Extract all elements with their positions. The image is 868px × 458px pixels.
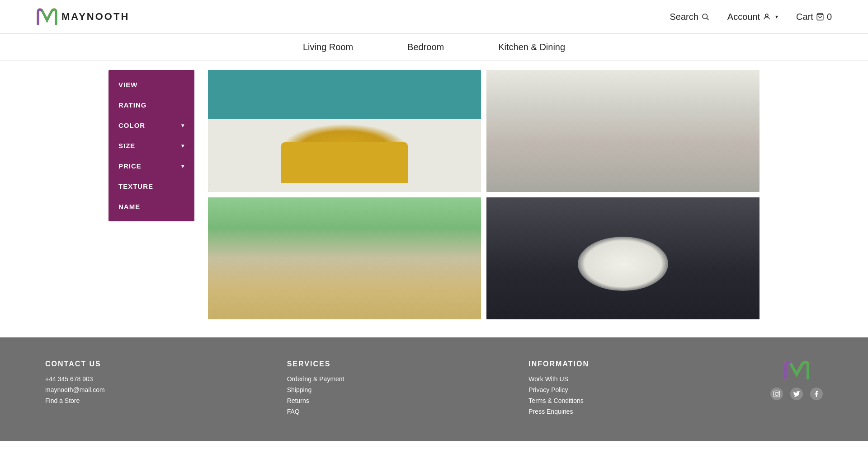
footer-privacy-policy[interactable]: Privacy Policy bbox=[528, 386, 734, 393]
header-actions: Search Account ▾ Cart 0 bbox=[670, 12, 832, 22]
svg-rect-8 bbox=[258, 128, 295, 192]
account-icon bbox=[763, 13, 771, 21]
product-image-bedroom[interactable] bbox=[208, 197, 481, 319]
filter-size[interactable]: SIZE ▾ bbox=[108, 136, 194, 156]
svg-rect-33 bbox=[233, 283, 456, 319]
svg-rect-28 bbox=[394, 197, 481, 314]
svg-rect-41 bbox=[486, 197, 611, 319]
product-image-sofa[interactable] bbox=[208, 70, 481, 192]
instagram-icon[interactable] bbox=[770, 388, 783, 400]
svg-rect-44 bbox=[524, 197, 548, 218]
main-content: VIEW RATING COLOR ▾ SIZE ▾ PRICE ▾ TEXTU… bbox=[0, 61, 868, 337]
filter-color[interactable]: COLOR ▾ bbox=[108, 115, 194, 136]
svg-rect-46 bbox=[648, 197, 673, 218]
svg-rect-32 bbox=[233, 290, 456, 319]
svg-point-55 bbox=[775, 393, 778, 396]
filter-color-label: COLOR bbox=[118, 122, 145, 129]
svg-rect-18 bbox=[486, 70, 760, 159]
svg-rect-48 bbox=[655, 317, 665, 319]
svg-point-11 bbox=[292, 116, 360, 159]
logo-text: MAYNOOTH bbox=[61, 11, 129, 23]
cart-count: 0 bbox=[827, 12, 832, 22]
site-header: MAYNOOTH Search Account ▾ Cart 0 bbox=[0, 0, 868, 34]
footer-find-store[interactable]: Find a Store bbox=[45, 397, 251, 404]
footer-email: maynooth@mail.com bbox=[45, 386, 251, 393]
svg-rect-4 bbox=[208, 70, 258, 192]
footer-contact: CONTACT US +44 345 678 903 maynooth@mail… bbox=[45, 360, 251, 408]
filter-size-label: SIZE bbox=[118, 142, 135, 150]
svg-rect-21 bbox=[532, 91, 669, 192]
product-grid bbox=[208, 70, 760, 319]
footer-social-links bbox=[770, 388, 823, 400]
svg-rect-13 bbox=[304, 184, 385, 190]
svg-point-49 bbox=[617, 258, 679, 295]
filter-price[interactable]: PRICE ▾ bbox=[108, 156, 194, 176]
filter-sidebar: VIEW RATING COLOR ▾ SIZE ▾ PRICE ▾ TEXTU… bbox=[108, 70, 194, 221]
filter-price-label: PRICE bbox=[118, 162, 142, 170]
nav-kitchen-dining[interactable]: Kitchen & Dining bbox=[498, 42, 565, 52]
footer-logo-icon bbox=[783, 360, 810, 380]
svg-rect-51 bbox=[691, 265, 703, 290]
filter-texture-label: TEXTURE bbox=[118, 182, 153, 190]
svg-point-0 bbox=[703, 14, 708, 19]
search-label: Search bbox=[670, 12, 698, 22]
account-button[interactable]: Account ▾ bbox=[727, 12, 778, 22]
filter-texture[interactable]: TEXTURE bbox=[108, 176, 194, 196]
kitchen-scene bbox=[486, 70, 760, 192]
filter-rating-label: RATING bbox=[118, 101, 146, 109]
filter-rating[interactable]: RATING bbox=[108, 95, 194, 115]
sofa-scene bbox=[208, 70, 481, 192]
nav-living-room[interactable]: Living Room bbox=[303, 42, 353, 52]
footer-faq[interactable]: FAQ bbox=[287, 408, 493, 415]
svg-rect-26 bbox=[208, 197, 481, 319]
svg-rect-50 bbox=[673, 265, 685, 290]
footer-logo-area bbox=[770, 360, 823, 400]
product-image-dining[interactable] bbox=[486, 197, 760, 319]
facebook-icon[interactable] bbox=[810, 388, 823, 400]
svg-point-2 bbox=[765, 14, 768, 17]
footer-services-heading: SERVICES bbox=[287, 360, 493, 368]
filter-name-label: NAME bbox=[118, 203, 140, 210]
cart-button[interactable]: Cart 0 bbox=[796, 12, 832, 22]
filter-view[interactable]: VIEW bbox=[108, 75, 194, 95]
nav-bedroom[interactable]: Bedroom bbox=[407, 42, 444, 52]
footer-information-heading: INFORMATION bbox=[528, 360, 734, 368]
footer-information: INFORMATION Work With US Privacy Policy … bbox=[528, 360, 734, 419]
svg-rect-5 bbox=[258, 70, 481, 192]
svg-rect-54 bbox=[774, 391, 779, 397]
main-nav: Living Room Bedroom Kitchen & Dining bbox=[0, 34, 868, 61]
svg-rect-19 bbox=[486, 159, 760, 192]
svg-point-24 bbox=[551, 116, 592, 157]
svg-rect-40 bbox=[486, 197, 760, 319]
bedroom-scene bbox=[208, 197, 481, 319]
svg-rect-36 bbox=[332, 295, 394, 319]
svg-rect-42 bbox=[611, 197, 760, 319]
footer-services: SERVICES Ordering & Payment Shipping Ret… bbox=[287, 360, 493, 419]
svg-marker-39 bbox=[208, 290, 224, 308]
color-chevron-icon: ▾ bbox=[181, 122, 184, 129]
product-image-kitchen[interactable] bbox=[486, 70, 760, 192]
search-icon bbox=[701, 13, 709, 21]
svg-rect-35 bbox=[245, 295, 307, 319]
svg-line-1 bbox=[707, 18, 708, 20]
svg-rect-6 bbox=[258, 70, 481, 146]
svg-point-47 bbox=[573, 252, 747, 319]
site-footer: CONTACT US +44 345 678 903 maynooth@mail… bbox=[0, 337, 868, 441]
footer-press-enquiries[interactable]: Press Enquiries bbox=[528, 408, 734, 415]
filter-view-label: VIEW bbox=[118, 81, 137, 89]
footer-shipping[interactable]: Shipping bbox=[287, 386, 493, 393]
svg-rect-15 bbox=[369, 190, 373, 192]
search-button[interactable]: Search bbox=[670, 12, 709, 22]
svg-point-12 bbox=[357, 109, 406, 159]
svg-rect-14 bbox=[316, 190, 320, 192]
footer-terms-conditions[interactable]: Terms & Conditions bbox=[528, 397, 734, 404]
svg-rect-27 bbox=[208, 197, 283, 314]
filter-name[interactable]: NAME bbox=[108, 196, 194, 217]
footer-work-with-us[interactable]: Work With US bbox=[528, 375, 734, 383]
account-label: Account bbox=[727, 12, 760, 22]
logo[interactable]: MAYNOOTH bbox=[36, 8, 129, 26]
footer-returns[interactable]: Returns bbox=[287, 397, 493, 404]
twitter-icon[interactable] bbox=[790, 388, 803, 400]
footer-phone: +44 345 678 903 bbox=[45, 375, 251, 383]
footer-ordering-payment[interactable]: Ordering & Payment bbox=[287, 375, 493, 383]
